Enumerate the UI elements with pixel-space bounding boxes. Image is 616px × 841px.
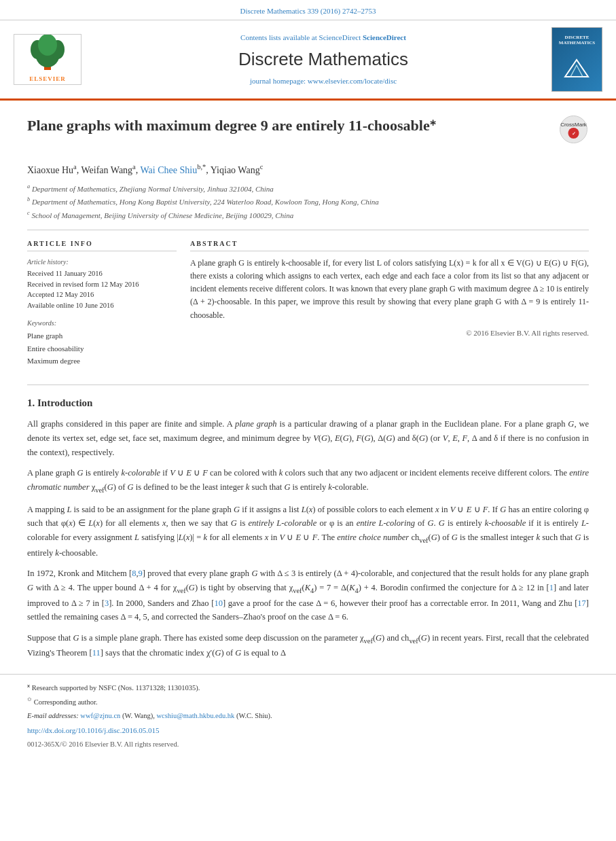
article-title-section: Plane graphs with maximum degree 9 are e… <box>27 114 589 151</box>
received-date: Received 11 January 2016 <box>27 268 177 279</box>
journal-cover-image: DISCRETEMATHEMATICS <box>551 27 602 92</box>
intro-para-2: A plane graph G is entirely k-colorable … <box>27 466 589 495</box>
doi-link[interactable]: http://dx.doi.org/10.1016/j.disc.2016.05… <box>27 725 589 736</box>
article-title: Plane graphs with maximum degree 9 are e… <box>27 114 545 136</box>
separator <box>27 230 589 230</box>
article-info-header: ARTICLE INFO <box>27 238 177 251</box>
article-content: Plane graphs with maximum degree 9 are e… <box>0 101 616 381</box>
abstract-header: ABSTRACT <box>190 238 589 251</box>
abstract-body: A plane graph G is entirely k-choosable … <box>190 257 589 322</box>
abstract-column: ABSTRACT A plane graph G is entirely k-c… <box>190 238 589 368</box>
affiliation-c: c School of Management, Beijing Universi… <box>27 209 589 221</box>
intro-para-3: A mapping L is said to be an assignment … <box>27 503 589 560</box>
affiliation-b: b Department of Mathematics, Hong Kong B… <box>27 195 589 208</box>
journal-title: Discrete Mathematics <box>95 46 551 73</box>
keyword-1: Plane graph <box>27 329 177 342</box>
authors-line: Xiaoxue Hua, Weifan Wanga, Wai Chee Shiu… <box>27 162 589 177</box>
affiliation-a: a Department of Mathematics, Zhejiang No… <box>27 182 589 195</box>
two-column-section: ARTICLE INFO Article history: Received 1… <box>27 238 589 368</box>
journal-reference-bar: Discrete Mathematics 339 (2016) 2742–275… <box>0 0 616 20</box>
abstract-copyright: © 2016 Elsevier B.V. All rights reserved… <box>190 327 589 339</box>
online-date: Available online 10 June 2016 <box>27 300 177 311</box>
journal-header: ELSEVIER Contents lists available at Sci… <box>0 20 616 101</box>
article-info-column: ARTICLE INFO Article history: Received 1… <box>27 238 177 368</box>
body-separator <box>27 384 589 385</box>
intro-section-title: 1. Introduction <box>27 395 589 411</box>
footnote-2: ✩ Corresponding author. <box>27 696 589 708</box>
sciencedirect-text: Contents lists available at ScienceDirec… <box>95 32 551 43</box>
keywords-label: Keywords: <box>27 318 177 328</box>
corresponding-author: Wai Chee Shiu <box>141 164 198 175</box>
cover-title: DISCRETEMATHEMATICS <box>559 35 595 46</box>
intro-para-5: Suppose that G is a simple plane graph. … <box>27 631 589 660</box>
accepted-date: Accepted 12 May 2016 <box>27 289 177 300</box>
keywords-section: Keywords: Plane graph Entire choosabilit… <box>27 318 177 368</box>
journal-homepage: journal homepage: www.elsevier.com/locat… <box>95 75 551 87</box>
rights-text: 0012-365X/© 2016 Elsevier B.V. All right… <box>27 739 589 750</box>
cover-graphic-svg <box>558 53 596 84</box>
footnote-1: ⁎ Research supported by NSFC (Nos. 11371… <box>27 681 589 694</box>
keyword-3: Maximum degree <box>27 355 177 368</box>
page: Discrete Mathematics 339 (2016) 2742–275… <box>0 0 616 841</box>
elsevier-logo-area: ELSEVIER <box>14 34 81 85</box>
footnote-email: E-mail addresses: wwf@zjnu.cn (W. Wang),… <box>27 711 589 722</box>
svg-point-4 <box>38 35 57 56</box>
affiliations: a Department of Mathematics, Zhejiang No… <box>27 182 589 221</box>
svg-text:CrossMark: CrossMark <box>560 122 587 128</box>
revised-date: Received in revised form 12 May 2016 <box>27 279 177 290</box>
svg-text:✓: ✓ <box>572 131 576 136</box>
svg-marker-5 <box>565 60 588 77</box>
history-label: Article history: <box>27 257 177 267</box>
article-history: Article history: Received 11 January 201… <box>27 257 177 311</box>
homepage-url[interactable]: www.elsevier.com/locate/disc <box>308 77 397 85</box>
elsevier-tree-svg <box>20 35 75 72</box>
journal-reference-text: Discrete Mathematics 339 (2016) 2742–275… <box>240 7 376 15</box>
elsevier-wordmark: ELSEVIER <box>29 75 66 84</box>
crossmark-logo: CrossMark ✓ <box>558 114 589 145</box>
footnotes-section: ⁎ Research supported by NSFC (Nos. 11371… <box>0 674 616 757</box>
journal-center: Contents lists available at ScienceDirec… <box>95 32 551 86</box>
keyword-2: Entire choosability <box>27 342 177 355</box>
intro-para-4: In 1972, Kronk and Mitchem [8,9] proved … <box>27 567 589 624</box>
intro-para-1: All graphs considered in this paper are … <box>27 417 589 459</box>
main-body: 1. Introduction All graphs considered in… <box>0 395 616 660</box>
elsevier-logo-image: ELSEVIER <box>14 34 81 85</box>
